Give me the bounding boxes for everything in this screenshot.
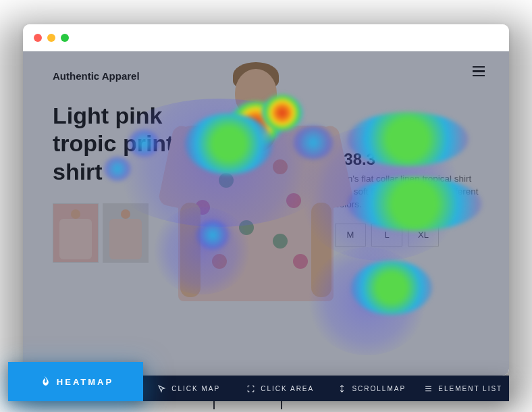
tab-scrollmap[interactable]: SCROLLMAP	[326, 376, 418, 401]
notch-decor	[281, 401, 282, 409]
flame-icon	[38, 375, 51, 388]
product-price: $38.3	[335, 150, 483, 169]
price-block: $38.3 Men's flat collar linen tropical s…	[335, 150, 483, 247]
product-thumbnail[interactable]	[103, 203, 149, 263]
product-thumbnail[interactable]	[53, 203, 99, 263]
hamburger-line	[473, 75, 485, 76]
hamburger-line	[473, 70, 485, 72]
tab-heatmap-label: HEATMAP	[57, 377, 113, 387]
tab-clickarea[interactable]: CLICK AREA	[235, 376, 327, 401]
tab-elementlist[interactable]: ELEMENT LIST	[418, 376, 510, 401]
hamburger-menu-button[interactable]	[473, 66, 485, 76]
notch-decor	[213, 401, 215, 409]
tab-clickmap-label: CLICK MAP	[171, 385, 220, 392]
list-icon	[424, 384, 433, 393]
close-window-button[interactable]	[34, 34, 42, 42]
tab-clickarea-label: CLICK AREA	[261, 385, 314, 392]
minimize-window-button[interactable]	[47, 34, 55, 42]
tab-heatmap[interactable]: HEATMAP	[8, 362, 143, 401]
product-description: Men's flat collar linen tropical shirt w…	[335, 173, 483, 211]
size-option-xl[interactable]: XL	[408, 224, 439, 247]
size-selector: M L XL	[335, 224, 483, 247]
product-model-image	[168, 58, 344, 361]
tab-clickmap[interactable]: CLICK MAP	[143, 376, 235, 401]
size-option-l[interactable]: L	[371, 224, 402, 247]
browser-window: Authentic Apparel Light pink tropic prin…	[23, 24, 509, 376]
hamburger-line	[473, 66, 485, 68]
tab-elementlist-label: ELEMENT LIST	[438, 385, 502, 392]
site-viewport: Authentic Apparel Light pink tropic prin…	[23, 51, 509, 376]
tab-scrollmap-label: SCROLLMAP	[352, 385, 406, 392]
selection-icon	[246, 384, 255, 393]
scroll-icon	[338, 384, 346, 393]
maximize-window-button[interactable]	[61, 34, 69, 42]
window-traffic-lights	[23, 24, 509, 51]
cursor-icon	[157, 384, 166, 393]
